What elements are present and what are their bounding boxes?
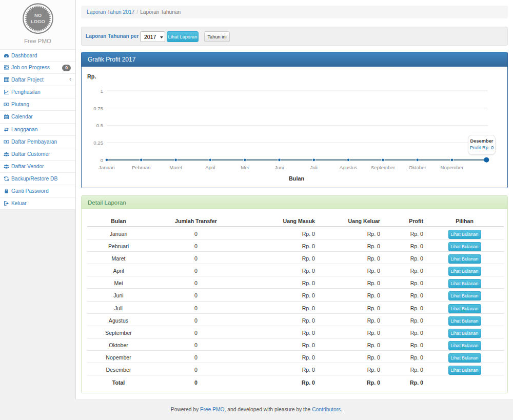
- svg-text:LOGO: LOGO: [31, 18, 45, 24]
- svg-text:NO: NO: [34, 12, 42, 18]
